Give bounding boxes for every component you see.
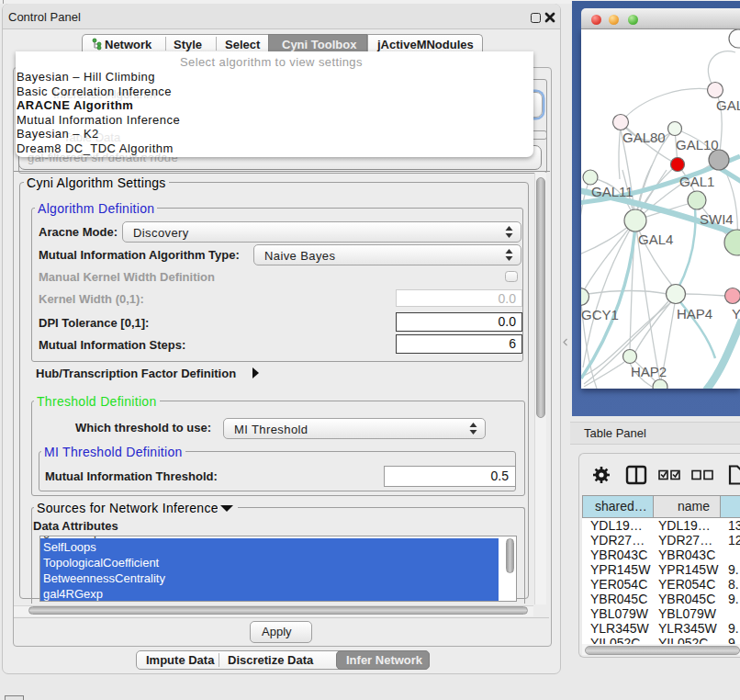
svg-text:GAL: GAL — [716, 97, 740, 113]
svg-text:Y: Y — [732, 306, 740, 322]
svg-text:HAP2: HAP2 — [631, 364, 667, 379]
svg-text:HAP4: HAP4 — [677, 306, 712, 322]
svg-text:GAL10: GAL10 — [676, 137, 719, 152]
svg-text:GAL80: GAL80 — [622, 130, 666, 145]
svg-text:GCY1: GCY1 — [581, 307, 619, 322]
svg-text:GAL1: GAL1 — [679, 174, 714, 189]
svg-text:GAL4: GAL4 — [638, 231, 673, 247]
svg-text:GAL11: GAL11 — [591, 184, 633, 199]
svg-text:SWI4: SWI4 — [700, 211, 734, 227]
